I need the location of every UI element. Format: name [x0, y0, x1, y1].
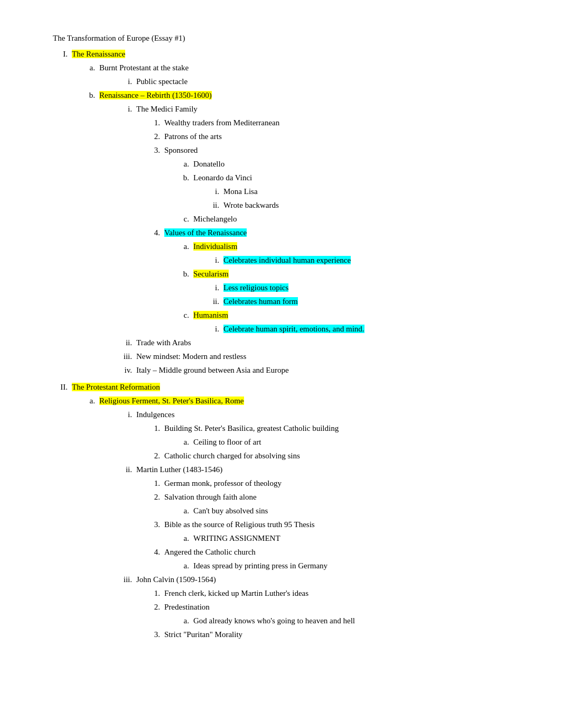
numeric-frenchclerk: 1. French clerk, kicked up Martin Luther…	[151, 587, 519, 600]
text-trade: Trade with Arabs	[136, 336, 191, 349]
text-num3: Sponsored	[164, 144, 198, 156]
marker-num4: 4.	[151, 226, 160, 239]
text-num2: Patrons of the arts	[164, 130, 222, 143]
marker-stpeters: 1.	[151, 422, 160, 435]
marker-individualism: a.	[180, 240, 189, 253]
numeral-i: I.	[53, 48, 68, 60]
roman-sub-indulgences: i. Indulgences	[116, 408, 519, 421]
text-num4: Values of the Renaissance	[164, 226, 247, 239]
text-salvation: Salvation through faith alone	[164, 491, 257, 503]
text-humanspirit: Celebrate human spirit, emotions, and mi…	[223, 322, 364, 335]
marker-num2: 2.	[151, 130, 160, 143]
numeric-bible: 3. Bible as the source of Religious trut…	[151, 518, 519, 531]
marker-bible: 3.	[151, 518, 160, 531]
marker-religious: i.	[209, 281, 219, 294]
marker-mindset: iii.	[116, 350, 132, 363]
marker-b1: b.	[85, 89, 95, 102]
marker-humanism: c.	[180, 309, 189, 321]
text-luther: Martin Luther (1483-1546)	[136, 463, 222, 476]
text-writing: WRITING ASSIGNMENT	[193, 532, 280, 545]
rebirth-highlight: Renaissance – Rebirth (1350-1600)	[99, 91, 212, 99]
renaissance-highlight: The Renaissance	[72, 50, 125, 58]
text-stpeters: Building St. Peter's Basilica, greatest …	[164, 422, 339, 435]
marker-humanspirit: i.	[209, 322, 219, 335]
marker-humanform: ii.	[209, 295, 219, 308]
text-i1: Public spectacle	[136, 75, 188, 88]
roman-subsub-monalisa: i. Mona Lisa	[209, 185, 519, 198]
numeric-salvation: 2. Salvation through faith alone	[151, 491, 519, 503]
alpha-sub-b-leonardo: b. Leonardo da Vinci	[180, 171, 519, 184]
numeric-predestination: 2. Predestination	[151, 601, 519, 613]
text-individual: Celebrates individual human experience	[223, 254, 351, 266]
text-humanform: Celebrates human form	[223, 295, 298, 308]
roman-sub-trade: ii. Trade with Arabs	[116, 336, 519, 349]
alpha-sub-a-donatello: a. Donatello	[180, 158, 519, 170]
marker-leonardo: b.	[180, 171, 189, 184]
section-ii-label: The Protestant Reformation	[72, 381, 160, 393]
numeric-4: 4. Values of the Renaissance	[151, 226, 519, 239]
text-ferment: Religious Ferment, St. Peter's Basilica,…	[99, 394, 244, 407]
roman-subsub-humanform: ii. Celebrates human form	[209, 295, 519, 308]
numeric-puritan: 3. Strict "Puritan" Morality	[151, 628, 519, 641]
alpha-sub-god: a. God already knows who's going to heav…	[180, 614, 519, 627]
alpha-sub-individualism: a. Individualism	[180, 240, 519, 253]
marker-backwards: ii.	[209, 199, 219, 211]
humanism-highlight: Humanism	[193, 311, 228, 319]
marker-luther: ii.	[116, 463, 132, 476]
marker-donatello: a.	[180, 158, 189, 170]
marker-cantbuy: a.	[180, 504, 189, 517]
text-donatello: Donatello	[193, 158, 225, 170]
marker-predestination: 2.	[151, 601, 160, 613]
humanspirit-highlight: Celebrate human spirit, emotions, and mi…	[223, 325, 364, 333]
text-ceiling: Ceiling to floor of art	[193, 436, 261, 448]
doc-title: The Transformation of Europe (Essay #1)	[53, 32, 519, 44]
marker-individual: i.	[209, 254, 219, 266]
section-i-label: The Renaissance	[72, 48, 125, 60]
marker-num1: 1.	[151, 116, 160, 129]
text-bible: Bible as the source of Religious truth 9…	[164, 518, 315, 531]
roman-sub-medici: i. The Medici Family	[116, 103, 519, 115]
roman-sub-italy: iv. Italy – Middle ground between Asia a…	[116, 364, 519, 376]
text-indulgences: Indulgences	[136, 408, 174, 421]
marker-writing: a.	[180, 532, 189, 545]
marker-calvin: iii.	[116, 573, 132, 586]
document-container: The Transformation of Europe (Essay #1) …	[53, 32, 519, 641]
roman-subsub-backwards: ii. Wrote backwards	[209, 199, 519, 211]
alpha-a-ferment: a. Religious Ferment, St. Peter's Basili…	[85, 394, 519, 407]
text-frenchclerk: French clerk, kicked up Martin Luther's …	[164, 587, 308, 600]
text-calvin: John Calvin (1509-1564)	[136, 573, 216, 586]
section-ii: II. The Protestant Reformation a. Religi…	[53, 381, 519, 641]
alpha-b1: b. Renaissance – Rebirth (1350-1600)	[85, 89, 519, 102]
secularism-highlight: Secularism	[193, 270, 229, 278]
roman-sub-luther: ii. Martin Luther (1483-1546)	[116, 463, 519, 476]
text-charged: Catholic church charged for absolving si…	[164, 449, 300, 462]
text-religious: Less religious topics	[223, 281, 288, 294]
text-medici: The Medici Family	[136, 103, 198, 115]
alpha-sub-c-michelangelo: c. Michelangelo	[180, 213, 519, 225]
individual-highlight: Celebrates individual human experience	[223, 256, 351, 264]
marker-italy: iv.	[116, 364, 132, 376]
roman-item-i: I. The Renaissance	[53, 48, 519, 60]
marker-salvation: 2.	[151, 491, 160, 503]
text-mindset: New mindset: Modern and restless	[136, 350, 246, 363]
alpha-sub-humanism: c. Humanism	[180, 309, 519, 321]
numeral-ii: II.	[53, 381, 68, 393]
roman-sub-i1: i. Public spectacle	[116, 75, 519, 88]
ferment-highlight: Religious Ferment, St. Peter's Basilica,…	[99, 397, 244, 405]
numeric-stpeters: 1. Building St. Peter's Basilica, greate…	[151, 422, 519, 435]
marker-ideas: a.	[180, 559, 189, 572]
marker-a1: a.	[85, 61, 95, 74]
marker-frenchclerk: 1.	[151, 587, 160, 600]
roman-subsub-religious: i. Less religious topics	[209, 281, 519, 294]
text-angered: Angered the Catholic church	[164, 546, 256, 558]
text-monalisa: Mona Lisa	[223, 185, 258, 198]
marker-charged: 2.	[151, 449, 160, 462]
numeric-2: 2. Patrons of the arts	[151, 130, 519, 143]
individualism-highlight: Individualism	[193, 242, 237, 251]
text-a1: Burnt Protestant at the stake	[99, 61, 189, 74]
roman-item-ii: II. The Protestant Reformation	[53, 381, 519, 393]
alpha-sub-ideas: a. Ideas spread by printing press in Ger…	[180, 559, 519, 572]
marker-angered: 4.	[151, 546, 160, 558]
numeric-3: 3. Sponsored	[151, 144, 519, 156]
marker-michelangelo: c.	[180, 213, 189, 225]
